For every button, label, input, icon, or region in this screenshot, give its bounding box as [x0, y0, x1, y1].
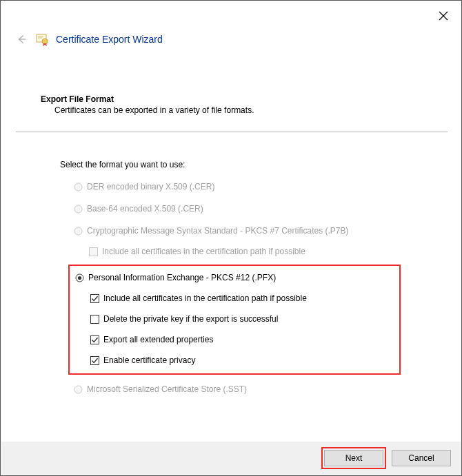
wizard-header: Certificate Export Wizard	[14, 32, 448, 46]
wizard-footer: Next Cancel	[1, 442, 461, 475]
radio-label: Personal Information Exchange - PKCS #12…	[88, 273, 276, 282]
radio-icon	[75, 273, 84, 282]
check-pkcs7-include: Include all certificates in the certific…	[89, 245, 448, 258]
svg-rect-14	[91, 315, 99, 323]
radio-icon	[74, 227, 83, 236]
radio-icon	[74, 183, 83, 192]
radio-label: Microsoft Serialized Certificate Store (…	[87, 384, 247, 394]
radio-label: Base-64 encoded X.509 (.CER)	[87, 204, 203, 214]
section-title: Export File Format	[41, 94, 448, 104]
svg-point-12	[78, 276, 81, 279]
svg-point-7	[74, 183, 82, 191]
checkbox-label: Enable certificate privacy	[103, 355, 195, 365]
svg-point-9	[74, 227, 82, 235]
checkbox-icon	[90, 315, 99, 324]
radio-label: Cryptographic Message Syntax Standard - …	[87, 226, 349, 236]
cancel-button[interactable]: Cancel	[392, 450, 451, 466]
wizard-title: Certificate Export Wizard	[56, 34, 163, 45]
checkbox-label: Delete the private key if the export is …	[103, 314, 278, 324]
radio-base64: Base-64 encoded X.509 (.CER)	[74, 203, 448, 215]
radio-der: DER encoded binary X.509 (.CER)	[74, 180, 448, 193]
checkbox-icon	[89, 247, 98, 256]
wizard-content: Export File Format Certificates can be e…	[14, 94, 448, 395]
checkbox-label: Include all certificates in the certific…	[102, 247, 305, 256]
svg-point-17	[74, 386, 82, 393]
svg-point-8	[74, 205, 82, 213]
radio-label: DER encoded binary X.509 (.CER)	[87, 182, 214, 192]
radio-icon	[74, 385, 83, 394]
checkbox-label: Include all certificates in the certific…	[103, 293, 307, 303]
radio-pkcs7: Cryptographic Message Syntax Standard - …	[74, 225, 448, 237]
radio-pfx[interactable]: Personal Information Exchange - PKCS #12…	[75, 271, 395, 284]
check-pfx-include[interactable]: Include all certificates in the certific…	[90, 292, 395, 304]
svg-rect-10	[90, 247, 98, 256]
checkbox-icon	[90, 356, 99, 365]
back-arrow-icon[interactable]	[14, 32, 28, 46]
next-button[interactable]: Next	[324, 450, 383, 466]
checkbox-icon	[90, 335, 99, 344]
format-options: DER encoded binary X.509 (.CER) Base-64 …	[74, 180, 448, 395]
check-pfx-delete[interactable]: Delete the private key if the export is …	[90, 313, 395, 325]
next-button-highlight: Next	[321, 447, 386, 469]
svg-rect-15	[91, 335, 99, 344]
section-subtitle: Certificates can be exported in a variet…	[54, 105, 448, 115]
check-pfx-extended[interactable]: Export all extended properties	[90, 333, 395, 346]
close-icon[interactable]	[438, 10, 449, 21]
svg-point-4	[42, 39, 48, 44]
radio-icon	[74, 205, 83, 214]
instruction-text: Select the format you want to use:	[60, 160, 448, 169]
divider	[16, 132, 448, 132]
checkbox-label: Export all extended properties	[103, 335, 213, 344]
checkbox-icon	[90, 294, 99, 303]
check-pfx-privacy[interactable]: Enable certificate privacy	[90, 354, 395, 366]
certificate-icon	[35, 32, 49, 46]
svg-rect-16	[91, 356, 99, 364]
pfx-highlight-box: Personal Information Exchange - PKCS #12…	[68, 265, 401, 375]
svg-rect-13	[91, 294, 99, 302]
radio-sst: Microsoft Serialized Certificate Store (…	[74, 383, 448, 395]
